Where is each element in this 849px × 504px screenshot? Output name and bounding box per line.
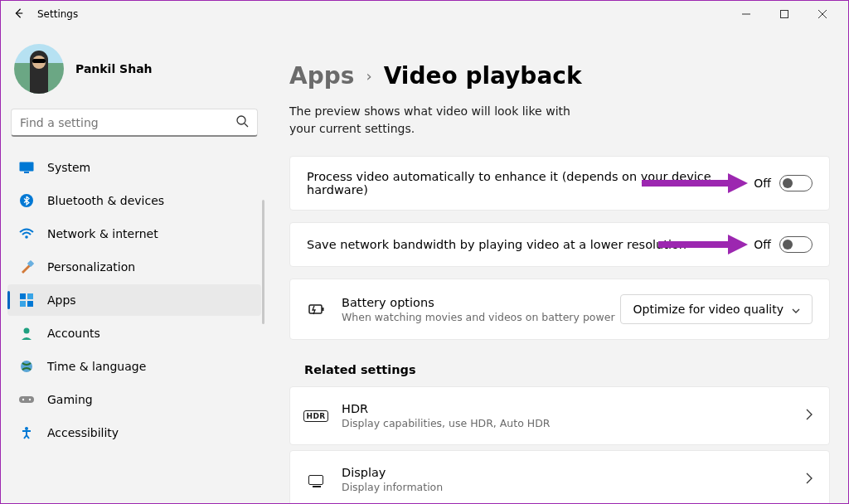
apps-icon: [19, 293, 34, 308]
toggle-state-label: Off: [754, 238, 771, 251]
main-content: Apps › Video playback The preview shows …: [266, 27, 848, 503]
sidebar-item-personalization[interactable]: Personalization: [7, 251, 261, 283]
sidebar-item-label: System: [47, 161, 90, 174]
gamepad-icon: [19, 392, 34, 407]
breadcrumb-parent[interactable]: Apps: [289, 62, 354, 90]
page-description: The preview shows what video will look l…: [289, 103, 571, 138]
chevron-down-icon: [792, 303, 800, 316]
svg-rect-18: [323, 308, 324, 311]
sidebar: Pankil Shah System Bluetooth & devices N…: [1, 27, 266, 503]
chevron-right-icon: [806, 472, 813, 487]
battery-icon: [307, 302, 325, 317]
svg-point-1: [237, 116, 245, 124]
related-title: Display: [342, 466, 806, 479]
sidebar-item-bluetooth[interactable]: Bluetooth & devices: [7, 185, 261, 216]
svg-rect-17: [309, 305, 322, 313]
bandwidth-toggle[interactable]: [779, 236, 813, 253]
setting-label: Save network bandwidth by playing video …: [307, 238, 754, 251]
person-icon: [19, 326, 34, 341]
sidebar-item-apps[interactable]: Apps: [7, 284, 261, 316]
svg-rect-9: [20, 301, 26, 307]
sidebar-item-label: Apps: [47, 293, 76, 307]
related-subtitle: Display capabilities, use HDR, Auto HDR: [342, 417, 806, 429]
enhance-toggle[interactable]: [779, 175, 813, 191]
user-name: Pankil Shah: [75, 62, 153, 75]
bluetooth-icon: [19, 193, 34, 208]
svg-rect-13: [19, 396, 34, 403]
related-hdr[interactable]: HDR HDR Display capabilities, use HDR, A…: [289, 386, 830, 445]
sidebar-item-label: Gaming: [47, 393, 93, 406]
setting-subtitle: When watching movies and videos on batte…: [342, 311, 620, 323]
wifi-icon: [19, 226, 34, 241]
svg-point-16: [25, 427, 28, 430]
chevron-right-icon: ›: [366, 67, 371, 85]
avatar: [14, 44, 64, 94]
back-icon[interactable]: [7, 7, 24, 22]
system-icon: [19, 160, 34, 175]
sidebar-item-label: Bluetooth & devices: [47, 194, 164, 207]
clock-globe-icon: [19, 359, 34, 374]
search-input[interactable]: [11, 109, 258, 137]
setting-label: Process video automatically to enhance i…: [307, 170, 754, 196]
svg-point-5: [25, 235, 28, 239]
brush-icon: [19, 259, 34, 274]
close-button[interactable]: [803, 1, 842, 27]
related-settings-heading: Related settings: [304, 363, 830, 376]
svg-rect-7: [20, 293, 26, 299]
sidebar-item-label: Accessibility: [47, 426, 119, 439]
related-display[interactable]: Display Display information: [289, 450, 830, 503]
sidebar-scrollbar[interactable]: [262, 200, 264, 324]
maximize-button[interactable]: [765, 1, 803, 27]
svg-rect-8: [27, 293, 33, 299]
sidebar-item-accessibility[interactable]: Accessibility: [7, 417, 261, 448]
svg-rect-0: [781, 11, 788, 18]
chevron-right-icon: [806, 408, 813, 424]
profile-block[interactable]: Pankil Shah: [7, 37, 261, 109]
accessibility-icon: [19, 425, 34, 440]
sidebar-item-label: Accounts: [47, 327, 100, 340]
hdr-icon: HDR: [307, 409, 325, 424]
svg-rect-3: [24, 172, 29, 173]
nav-list: System Bluetooth & devices Network & int…: [7, 152, 261, 448]
breadcrumb: Apps › Video playback: [289, 62, 830, 90]
sidebar-item-network[interactable]: Network & internet: [7, 218, 261, 250]
svg-rect-2: [20, 162, 34, 172]
svg-point-14: [22, 399, 24, 400]
search-icon: [235, 114, 249, 131]
setting-battery-options: Battery options When watching movies and…: [289, 279, 830, 340]
window-title: Settings: [37, 8, 78, 20]
svg-point-12: [21, 361, 32, 372]
page-title: Video playback: [384, 62, 582, 90]
toggle-state-label: Off: [754, 177, 771, 190]
setting-title: Battery options: [342, 296, 620, 309]
sidebar-item-accounts[interactable]: Accounts: [7, 317, 261, 349]
sidebar-item-label: Time & language: [47, 360, 146, 373]
sidebar-item-label: Network & internet: [47, 227, 158, 240]
search-field[interactable]: [20, 116, 235, 129]
related-title: HDR: [342, 402, 806, 415]
svg-rect-10: [27, 301, 33, 307]
sidebar-item-gaming[interactable]: Gaming: [7, 384, 261, 415]
dropdown-value: Optimize for video quality: [633, 303, 784, 316]
minimize-button[interactable]: [727, 1, 765, 27]
related-subtitle: Display information: [342, 481, 806, 493]
sidebar-item-system[interactable]: System: [7, 152, 261, 183]
svg-point-11: [24, 328, 30, 334]
battery-dropdown[interactable]: Optimize for video quality: [620, 294, 813, 324]
sidebar-item-label: Personalization: [47, 260, 135, 274]
display-icon: [307, 472, 325, 487]
svg-point-15: [29, 399, 31, 400]
sidebar-item-time[interactable]: Time & language: [7, 351, 261, 382]
title-bar: Settings: [1, 1, 848, 27]
setting-lower-resolution: Save network bandwidth by playing video …: [289, 222, 830, 267]
setting-enhance-video: Process video automatically to enhance i…: [289, 156, 830, 211]
